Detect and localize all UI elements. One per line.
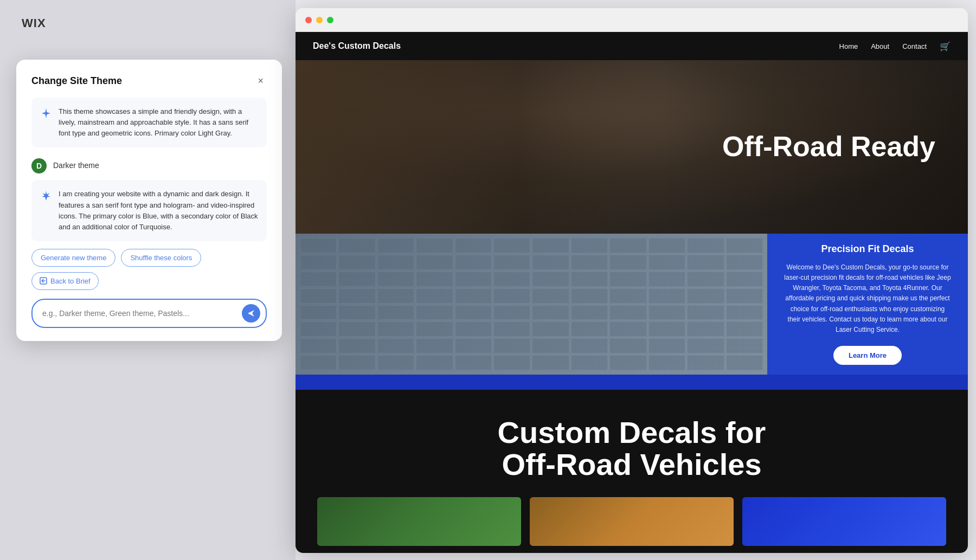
grate-cell <box>648 355 685 370</box>
grate-cell <box>377 338 414 353</box>
grate-cell <box>416 288 453 304</box>
grate-cell <box>648 272 685 287</box>
grate-cell <box>571 272 608 287</box>
grate-cell <box>687 238 724 253</box>
learn-more-button[interactable]: Learn More <box>833 346 902 365</box>
grate-cell <box>377 255 414 270</box>
grate-cell <box>338 288 375 304</box>
send-icon <box>247 309 255 318</box>
grate-cell <box>726 255 763 270</box>
grate-cell <box>455 321 492 337</box>
grate-cell <box>377 288 414 304</box>
grate-cell <box>648 255 685 270</box>
grate-cell <box>455 355 492 370</box>
grate-cell <box>416 321 453 337</box>
grate-cell <box>532 288 569 304</box>
grate-cell <box>416 255 453 270</box>
modal-title: Change Site Theme <box>31 75 122 87</box>
grate-cell <box>300 338 337 353</box>
theme1-description: This theme showcases a simple and friend… <box>59 106 258 139</box>
grate-cell <box>455 272 492 287</box>
grate-cell <box>687 288 724 304</box>
back-icon <box>40 277 47 285</box>
thumbnail-blue <box>742 497 946 546</box>
cart-icon[interactable]: 🛒 <box>940 41 951 52</box>
grate-cell <box>338 272 375 287</box>
grate-cell <box>571 355 608 370</box>
grate-cell <box>338 338 375 353</box>
grate-cell <box>571 238 608 253</box>
grate-cell <box>338 355 375 370</box>
sparkle-icon-1 <box>40 107 52 121</box>
grate-cell <box>609 355 646 370</box>
change-theme-modal: Change Site Theme × This theme showcases… <box>16 60 282 341</box>
grate-cell <box>455 255 492 270</box>
browser-dot-red <box>305 17 312 23</box>
grate-cell <box>300 321 337 337</box>
grate-cell <box>726 238 763 253</box>
close-button[interactable]: × <box>254 75 267 87</box>
grate-cell <box>493 355 530 370</box>
grate-cell <box>726 288 763 304</box>
grate-cell <box>416 305 453 320</box>
grate-cell <box>416 338 453 353</box>
mid-left-image: (function(){ const grid = document.query… <box>296 234 767 375</box>
grate-cell <box>338 321 375 337</box>
shuffle-colors-button[interactable]: Shuffle these colors <box>121 249 201 267</box>
search-submit-button[interactable] <box>242 304 260 323</box>
precision-title: Precision Fit Decals <box>784 243 952 255</box>
grate-cell <box>493 338 530 353</box>
grate-cell <box>687 272 724 287</box>
precision-text: Welcome to Dee's Custom Decals, your go-… <box>784 262 952 335</box>
browser-preview: Dee's Custom Decals Home About Contact 🛒… <box>296 8 968 553</box>
hero-left-overlay <box>296 60 665 234</box>
browser-dot-green <box>327 17 333 23</box>
precision-panel: Precision Fit Decals Welcome to Dee's Cu… <box>767 234 968 375</box>
grate-cell <box>648 238 685 253</box>
theme2-avatar: D <box>31 158 47 173</box>
thumbnail-tools <box>530 497 734 546</box>
hero-title: Off-Road Ready <box>722 131 935 162</box>
grate-cell <box>648 321 685 337</box>
nav-links: Home About Contact 🛒 <box>839 41 951 52</box>
grate-cell <box>493 288 530 304</box>
black-title-line2: Off-Road Vehicles <box>502 447 761 481</box>
wix-logo: WIX <box>22 16 46 30</box>
theme-search-row <box>31 299 267 328</box>
thumbnail-row <box>317 497 946 546</box>
grate-cell <box>300 355 337 370</box>
grate-cell <box>377 272 414 287</box>
theme2-label: Darker theme <box>53 161 99 170</box>
grate-cell <box>532 338 569 353</box>
grate-cell <box>416 272 453 287</box>
grate-overlay <box>296 234 767 375</box>
nav-contact[interactable]: Contact <box>902 42 927 50</box>
site-brand: Dee's Custom Decals <box>313 41 401 51</box>
grate-cell <box>687 355 724 370</box>
grate-cell <box>571 338 608 353</box>
grate-cell <box>726 321 763 337</box>
grate-cell <box>648 338 685 353</box>
grate-cell <box>338 255 375 270</box>
mid-section: (function(){ const grid = document.query… <box>296 234 968 375</box>
back-to-brief-button[interactable]: Back to Brief <box>31 272 99 290</box>
theme-search-input[interactable] <box>42 309 237 318</box>
grate-cell <box>609 288 646 304</box>
grate-cell <box>609 305 646 320</box>
grate-cell <box>455 238 492 253</box>
grate-cell <box>300 238 337 253</box>
generate-theme-button[interactable]: Generate new theme <box>31 249 115 267</box>
grate-cell <box>571 255 608 270</box>
black-section: Custom Decals for Off-Road Vehicles <box>296 390 968 553</box>
grate-cell <box>338 238 375 253</box>
nav-about[interactable]: About <box>871 42 889 50</box>
sparkle-icon-3 <box>40 190 52 204</box>
grate-cell <box>416 355 453 370</box>
black-section-title: Custom Decals for Off-Road Vehicles <box>317 417 946 481</box>
grate-cell <box>532 238 569 253</box>
grate-cell <box>687 321 724 337</box>
grate-cell <box>609 255 646 270</box>
grate-cell <box>726 355 763 370</box>
grate-cell <box>455 305 492 320</box>
nav-home[interactable]: Home <box>839 42 858 50</box>
